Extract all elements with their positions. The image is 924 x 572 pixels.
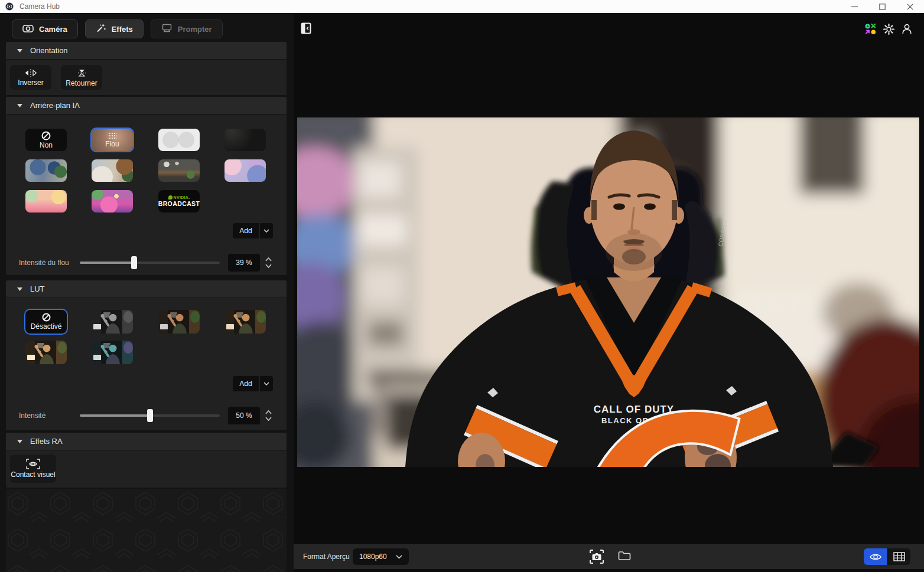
- lut-preview-thumbnail: [92, 341, 133, 364]
- open-folder-button[interactable]: [618, 550, 631, 563]
- tab-camera-label: Caméra: [39, 25, 67, 34]
- close-icon[interactable]: [896, 0, 924, 13]
- tab-camera[interactable]: Caméra: [12, 19, 78, 38]
- slider-fill: [80, 262, 134, 264]
- collapse-triangle-icon: [17, 49, 22, 53]
- bg-add-button[interactable]: Add: [233, 223, 259, 238]
- bg-tile-nvidia-broadcast[interactable]: NVIDIA. BROADCAST: [158, 190, 200, 213]
- gear-icon[interactable]: [882, 22, 895, 35]
- tab-prompter[interactable]: Prompter: [151, 19, 223, 38]
- webcam-preview: CORSAIR: [297, 117, 919, 467]
- preview-toolbar: [864, 22, 913, 35]
- snapshot-button[interactable]: [588, 548, 606, 566]
- lut-add-button[interactable]: Add: [233, 376, 259, 391]
- lut-add-split-button: Add: [233, 376, 273, 391]
- lut-add-dropdown[interactable]: [260, 376, 273, 391]
- blur-intensity-slider[interactable]: [80, 262, 220, 264]
- lut-tile-natural[interactable]: [158, 310, 200, 334]
- flip-horizontal-label: Inverser: [18, 79, 43, 87]
- section-lut-title: LUT: [30, 285, 45, 293]
- chevron-down-icon: [263, 382, 269, 385]
- collapse-triangle-icon: [17, 104, 22, 107]
- none-icon: [42, 313, 51, 322]
- lut-tile-warm[interactable]: [225, 310, 266, 334]
- preview-pane: CORSAIR: [294, 13, 924, 572]
- minimize-icon[interactable]: [841, 0, 868, 13]
- blur-intensity-stepper: [262, 254, 274, 272]
- camera-hub-window: Camera Hub Caméra: [0, 0, 924, 572]
- view-mode-toggle: [864, 548, 910, 565]
- lut-preview-thumbnail: [158, 310, 200, 334]
- lut-intensity-value[interactable]: 50 %: [228, 407, 260, 424]
- stepper-down-icon[interactable]: [265, 417, 272, 421]
- preview-view-button[interactable]: [864, 548, 887, 565]
- grid-view-button[interactable]: [887, 548, 910, 565]
- jersey-big-number: 6: [546, 365, 740, 467]
- bg-tile-none-label: Non: [40, 141, 53, 149]
- collapse-sidebar-button[interactable]: [301, 22, 311, 34]
- tab-effects[interactable]: Effets: [85, 19, 144, 38]
- section-orientation-header[interactable]: Orientation: [6, 42, 287, 59]
- section-ar-effects: Effets RA Contact visuel: [6, 433, 287, 488]
- bg-tile-white-studio[interactable]: [158, 129, 200, 151]
- format-select[interactable]: 1080p60: [353, 548, 409, 565]
- effects-sidebar: Caméra Effets Prompter: [0, 13, 294, 572]
- bg-tile-anime-room[interactable]: [225, 159, 266, 182]
- flip-horizontal-icon: [24, 68, 37, 77]
- format-label: Format Aperçu: [303, 553, 350, 561]
- slider-handle[interactable]: [131, 256, 137, 269]
- flip-vertical-button[interactable]: Retourner: [61, 65, 102, 90]
- lut-preview-thumbnail: [225, 310, 266, 334]
- tab-effects-label: Effets: [112, 25, 133, 34]
- section-lut: LUT: [6, 280, 287, 430]
- bg-tile-dark-studio[interactable]: [225, 129, 266, 151]
- lut-tile-off-label: Désactivé: [31, 322, 62, 331]
- bg-tile-desk-setup[interactable]: [158, 159, 200, 182]
- section-ar-effects-title: Effets RA: [30, 437, 63, 446]
- nvidia-logo-icon: [168, 195, 173, 200]
- lut-preview-thumbnail: [25, 341, 67, 364]
- eye-contact-button[interactable]: Contact visuel: [10, 455, 56, 483]
- flip-vertical-label: Retourner: [66, 79, 97, 87]
- flip-horizontal-button[interactable]: Inverser: [10, 65, 51, 90]
- blur-intensity-value[interactable]: 39 %: [228, 254, 260, 272]
- window-title: Camera Hub: [19, 2, 60, 11]
- tab-prompter-label: Prompter: [178, 25, 212, 34]
- bg-tile-pink-couch[interactable]: [92, 190, 133, 213]
- slider-fill: [80, 414, 150, 417]
- lut-tile-teal[interactable]: [92, 341, 133, 364]
- format-value: 1080p60: [359, 553, 387, 561]
- section-lut-header[interactable]: LUT: [6, 280, 287, 298]
- lut-tile-warm-2[interactable]: [25, 341, 67, 364]
- bg-add-dropdown[interactable]: [260, 223, 273, 238]
- section-ai-background-header[interactable]: Arrière-plan IA: [6, 97, 287, 114]
- slider-handle[interactable]: [147, 409, 153, 422]
- flip-vertical-icon: [77, 68, 86, 78]
- prompter-icon: [161, 24, 173, 34]
- user-account-icon[interactable]: [900, 22, 913, 35]
- bg-tile-office[interactable]: [25, 159, 67, 182]
- stepper-down-icon[interactable]: [265, 264, 272, 268]
- stepper-up-icon[interactable]: [265, 410, 272, 414]
- stepper-up-icon[interactable]: [265, 257, 272, 262]
- bg-tile-pastel-couch[interactable]: [25, 190, 67, 213]
- magic-wand-icon: [96, 23, 106, 35]
- sidebar-pattern-decoration: [6, 489, 287, 572]
- collapse-triangle-icon: [17, 440, 22, 443]
- section-ar-effects-header[interactable]: Effets RA: [6, 433, 287, 450]
- bg-tile-blur-label: Flou: [105, 140, 119, 148]
- lut-tile-bw[interactable]: [92, 310, 133, 334]
- blur-intensity-label: Intensité du flou: [19, 259, 69, 267]
- lut-intensity-slider[interactable]: [80, 414, 220, 417]
- nvidia-brand-text: NVIDIA.: [174, 195, 190, 200]
- bg-tile-living-room[interactable]: [92, 159, 133, 182]
- app-area: Caméra Effets Prompter: [0, 13, 924, 572]
- maximize-icon[interactable]: [868, 0, 896, 13]
- lut-preview-thumbnail: [92, 310, 133, 334]
- bg-tile-blur[interactable]: Flou: [92, 129, 133, 151]
- marketplace-icon[interactable]: [864, 22, 877, 35]
- lut-tile-off[interactable]: Désactivé: [25, 310, 67, 334]
- collapse-panel-icon: [301, 22, 311, 34]
- bg-tile-none[interactable]: Non: [25, 129, 67, 151]
- eye-contact-label: Contact visuel: [11, 470, 55, 479]
